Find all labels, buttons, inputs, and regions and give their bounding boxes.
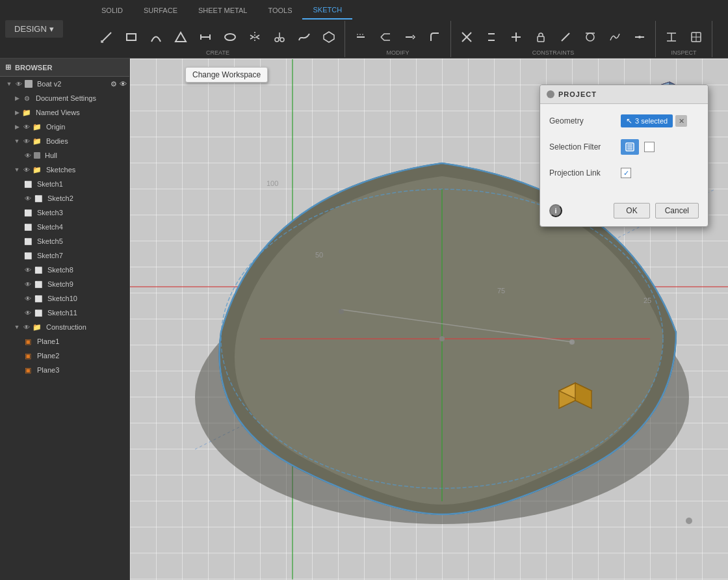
tree-item-sketch5[interactable]: ⬜ Sketch5: [0, 234, 129, 248]
parallel-btn[interactable]: [480, 23, 503, 51]
browser-header: ⊞ BROWSER: [0, 59, 129, 77]
projection-link-label: Projection Link: [549, 168, 621, 178]
triangle-tool-button[interactable]: [169, 23, 192, 51]
lock-btn[interactable]: [529, 23, 552, 51]
selected-badge[interactable]: ↖ 3 selected: [621, 114, 673, 127]
projection-link-checkbox[interactable]: [621, 168, 631, 178]
tree-label-plane1: Plane1: [37, 337, 59, 345]
tree-item-sketches[interactable]: ▼ 👁 📁 Sketches: [0, 163, 129, 177]
tree-item-plane1[interactable]: ▣ Plane1: [0, 334, 129, 349]
rectangle-tool-button[interactable]: [120, 23, 143, 51]
hull-icon: [34, 152, 40, 159]
selection-filter-row: Selection Filter: [549, 138, 699, 156]
dimension-tool-button[interactable]: [194, 23, 217, 51]
tab-tools[interactable]: TOOLS: [257, 1, 302, 20]
cancel-button[interactable]: Cancel: [655, 203, 699, 218]
modify-group-label: MODIFY: [387, 49, 410, 56]
selection-filter-checkbox[interactable]: [644, 142, 655, 152]
dialog-footer: i OK Cancel: [540, 198, 708, 226]
tree-item-sketch4[interactable]: ⬜ Sketch4: [0, 220, 129, 234]
tree-label-bodies: Bodies: [46, 137, 68, 145]
sketch-icon-10: ⬜: [34, 294, 43, 303]
projection-link-row: Projection Link: [549, 164, 699, 182]
tree-item-sketch3[interactable]: ⬜ Sketch3: [0, 205, 129, 220]
offset-tool-button[interactable]: [349, 23, 372, 51]
info-button[interactable]: i: [549, 204, 562, 217]
browser-title: ⊞: [5, 63, 11, 72]
svg-point-50: [339, 309, 344, 314]
ellipse-tool-button[interactable]: [218, 23, 242, 51]
tree-label-sketch5: Sketch5: [37, 237, 63, 245]
tab-solid[interactable]: SOLID: [91, 1, 133, 20]
folder-icon-origin: 📁: [32, 122, 42, 131]
eye-icon-construction: 👁: [22, 323, 31, 332]
tree-item-sketch10[interactable]: 👁 ⬜ Sketch10: [0, 291, 129, 306]
tab-surface[interactable]: SURFACE: [133, 1, 188, 20]
eye-root: 👁: [14, 79, 23, 88]
clear-selection-button[interactable]: ✕: [675, 115, 687, 127]
tree-label-sketch2: Sketch2: [47, 194, 73, 202]
browser-label: BROWSER: [15, 64, 52, 72]
tree-label-sketch7: Sketch7: [37, 252, 63, 259]
fillet-tool-button[interactable]: [423, 23, 447, 51]
geometry-label: Geometry: [549, 116, 621, 125]
tree-item-named-views[interactable]: ▶ 📁 Named Views: [0, 105, 129, 120]
tree-item-sketch11[interactable]: 👁 ⬜ Sketch11: [0, 306, 129, 320]
tree-item-bodies[interactable]: ▼ 👁 📁 Bodies: [0, 134, 129, 148]
tree-item-plane3[interactable]: ▣ Plane3: [0, 363, 129, 377]
measure-btn[interactable]: [660, 23, 683, 51]
tree-item-sketch2[interactable]: 👁 ⬜ Sketch2: [0, 191, 129, 205]
browser-sidebar: ⊞ BROWSER ▼ 👁 Boat v2 ⚙ 👁 ▶ ⚙ Document S…: [0, 59, 130, 580]
design-button[interactable]: DESIGN ▾: [5, 20, 63, 38]
eye2-icon-root: 👁: [120, 80, 127, 88]
tab-sketch[interactable]: SKETCH: [302, 1, 352, 20]
tree-item-sketch8[interactable]: 👁 ⬜ Sketch8: [0, 263, 129, 277]
sketch-icon-2: ⬜: [34, 194, 43, 203]
tree-item-plane2[interactable]: ▣ Plane2: [0, 349, 129, 363]
line-tool-button[interactable]: [95, 23, 118, 51]
svg-text:75: 75: [497, 287, 505, 295]
tree-label-hull: Hull: [45, 152, 57, 159]
tree-label-doc-settings: Document Settings: [36, 94, 96, 102]
project-tool-button[interactable]: [374, 23, 397, 51]
svg-point-4: [225, 34, 235, 40]
plane-icon-2: ▣: [23, 351, 32, 360]
polygon-tool-button[interactable]: [317, 23, 341, 51]
spline-tool-button[interactable]: [292, 23, 316, 51]
body-icon-root: [25, 80, 32, 88]
tree-item-sketch9[interactable]: 👁 ⬜ Sketch9: [0, 277, 129, 291]
tree-item-root[interactable]: ▼ 👁 Boat v2 ⚙ 👁: [0, 77, 129, 91]
tree-item-construction[interactable]: ▼ 👁 📁 Construction: [0, 320, 129, 334]
arc-tool-button[interactable]: [144, 23, 168, 51]
perpendicular-btn[interactable]: [504, 23, 528, 51]
mirror-tool-button[interactable]: [243, 23, 266, 51]
eye-icon-origin: 👁: [22, 122, 31, 131]
smooth-btn[interactable]: [603, 23, 627, 51]
tree-item-sketch1[interactable]: ⬜ Sketch1: [0, 177, 129, 191]
equal-btn[interactable]: [554, 23, 577, 51]
tree-label-sketch10: Sketch10: [47, 295, 77, 302]
plane-icon-3: ▣: [23, 365, 32, 375]
tangent-btn[interactable]: [578, 23, 602, 51]
tree-item-hull[interactable]: 👁 Hull: [0, 148, 129, 163]
display-btn[interactable]: [684, 23, 708, 51]
folder-icon-named-views: 📁: [22, 108, 31, 117]
folder-icon-sketches: 📁: [32, 165, 42, 174]
extend-tool-button[interactable]: [398, 23, 422, 51]
ok-button[interactable]: OK: [614, 203, 649, 218]
eye-icon-sketches: 👁: [22, 165, 31, 174]
tab-sheet-metal[interactable]: SHEET METAL: [188, 1, 257, 20]
coincident-btn[interactable]: [455, 23, 478, 51]
tree-item-doc-settings[interactable]: ▶ ⚙ Document Settings: [0, 91, 129, 105]
eye-icon-sketch11: 👁: [23, 308, 32, 317]
tree-item-sketch7[interactable]: ⬜ Sketch7: [0, 248, 129, 263]
dialog-body: Geometry ↖ 3 selected ✕ Selection Filter: [540, 104, 708, 198]
trim-tool-button[interactable]: [268, 23, 291, 51]
midpoint-btn[interactable]: [628, 23, 651, 51]
tree-label-named-views: Named Views: [36, 109, 80, 116]
selection-filter-button[interactable]: [621, 139, 639, 155]
tree-item-origin[interactable]: ▶ 👁 📁 Origin: [0, 120, 129, 134]
sketch-icon-9: ⬜: [34, 280, 43, 289]
tree-label-sketch9: Sketch9: [47, 280, 73, 288]
sketch-icon-11: ⬜: [34, 308, 43, 317]
